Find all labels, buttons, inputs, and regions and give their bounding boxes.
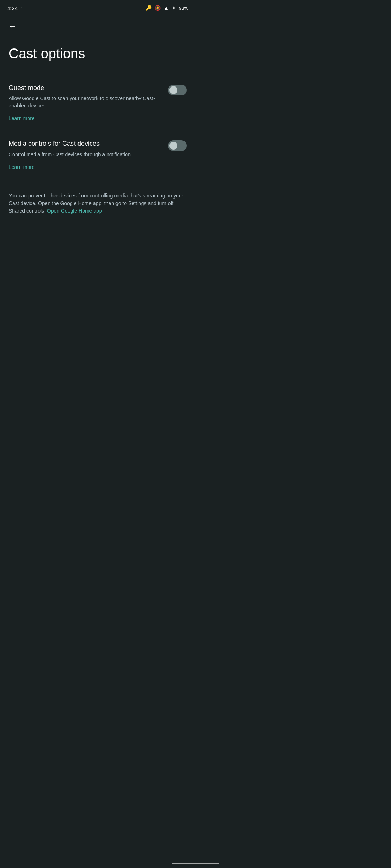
back-button[interactable]: ← xyxy=(9,22,17,31)
guest-mode-content: Guest mode Allow Google Cast to scan you… xyxy=(9,84,162,122)
airplane-icon: ✈ xyxy=(172,5,176,11)
media-controls-section: Media controls for Cast devices Control … xyxy=(0,132,196,181)
media-controls-toggle-thumb xyxy=(169,142,177,150)
guest-mode-toggle-container[interactable] xyxy=(168,85,187,95)
guest-mode-toggle-track xyxy=(168,85,187,95)
media-controls-learn-more[interactable]: Learn more xyxy=(9,164,35,170)
status-right: 🔑 🔕 ▲ ✈ 93% xyxy=(146,5,188,11)
open-google-home-link[interactable]: Open Google Home app xyxy=(47,208,102,214)
info-section: You can prevent other devices from contr… xyxy=(0,181,196,222)
media-controls-toggle-track xyxy=(168,140,187,151)
guest-mode-learn-more[interactable]: Learn more xyxy=(9,115,35,121)
media-controls-row: Media controls for Cast devices Control … xyxy=(9,140,187,170)
back-button-container: ← xyxy=(0,14,196,35)
bell-muted-icon: 🔕 xyxy=(155,5,161,11)
guest-mode-row: Guest mode Allow Google Cast to scan you… xyxy=(9,84,187,122)
info-text: You can prevent other devices from contr… xyxy=(9,192,187,215)
media-controls-toggle[interactable] xyxy=(168,140,187,151)
guest-mode-toggle[interactable] xyxy=(168,85,187,95)
status-left: 4:24 ↑ xyxy=(7,5,22,11)
wifi-icon: ▲ xyxy=(164,5,169,11)
page-title: Cast options xyxy=(0,35,196,77)
guest-mode-section: Guest mode Allow Google Cast to scan you… xyxy=(0,77,196,133)
media-controls-title: Media controls for Cast devices xyxy=(9,140,162,148)
media-controls-content: Media controls for Cast devices Control … xyxy=(9,140,162,170)
status-bar: 4:24 ↑ 🔑 🔕 ▲ ✈ 93% xyxy=(0,0,196,14)
media-controls-toggle-container[interactable] xyxy=(168,140,187,151)
guest-mode-desc: Allow Google Cast to scan your network t… xyxy=(9,95,162,109)
media-controls-desc: Control media from Cast devices through … xyxy=(9,151,162,158)
status-time: 4:24 xyxy=(7,5,18,11)
key-icon: 🔑 xyxy=(146,5,152,11)
status-signal: ↑ xyxy=(20,5,22,11)
guest-mode-title: Guest mode xyxy=(9,84,162,92)
battery-indicator: 93% xyxy=(179,5,188,11)
guest-mode-toggle-thumb xyxy=(169,86,177,94)
